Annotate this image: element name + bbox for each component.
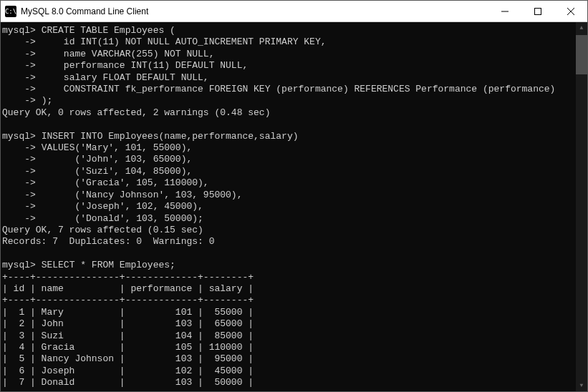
query-result: Records: 7 Duplicates: 0 Warnings: 0 bbox=[2, 236, 214, 247]
scrollbar[interactable]: ▲ ▼ bbox=[576, 22, 587, 391]
window-controls bbox=[488, 1, 587, 21]
cont: -> bbox=[2, 213, 36, 224]
sql-line: ('Gracia', 105, 110000), bbox=[42, 177, 209, 188]
cont: -> bbox=[2, 142, 36, 153]
cont: -> bbox=[2, 154, 36, 165]
table-row: | 3 | Suzi | 104 | 85000 | bbox=[2, 330, 254, 341]
cont: -> bbox=[2, 84, 36, 94]
table-sep: +----+---------------+-------------+----… bbox=[2, 272, 254, 283]
prompt: mysql> bbox=[2, 131, 36, 142]
sql-line: ('John', 103, 65000), bbox=[42, 154, 193, 165]
cont: -> bbox=[2, 95, 36, 106]
cont: -> bbox=[2, 190, 36, 200]
table-sep: +----+---------------+-------------+----… bbox=[2, 295, 254, 305]
table-row: | 2 | John | 103 | 65000 | bbox=[2, 318, 254, 329]
sql-line: ); bbox=[42, 95, 53, 106]
app-icon: C:\ bbox=[5, 6, 16, 17]
scroll-thumb[interactable] bbox=[576, 35, 587, 74]
terminal-area[interactable]: mysql> CREATE TABLE Employees ( -> id IN… bbox=[1, 22, 587, 391]
scroll-down-icon[interactable]: ▼ bbox=[576, 380, 587, 391]
close-button[interactable] bbox=[554, 1, 587, 21]
cont: -> bbox=[2, 201, 36, 212]
cont: -> bbox=[2, 166, 36, 177]
sql-line: ('Donald', 103, 50000); bbox=[42, 213, 203, 224]
scroll-up-icon[interactable]: ▲ bbox=[576, 22, 587, 34]
table-row: | 7 | Donald | 103 | 50000 | bbox=[2, 377, 254, 388]
sql-line: performance INT(11) DEFAULT NULL, bbox=[42, 60, 249, 71]
svg-rect-1 bbox=[535, 8, 541, 14]
query-result: Query OK, 7 rows affected (0.15 sec) bbox=[2, 225, 203, 235]
query-result: Query OK, 0 rows affected, 2 warnings (0… bbox=[2, 107, 270, 118]
titlebar[interactable]: C:\ MySQL 8.0 Command Line Client bbox=[1, 1, 587, 22]
prompt: mysql> bbox=[2, 25, 36, 36]
sql-select: SELECT * FROM Employees; bbox=[42, 260, 175, 270]
sql-line: VALUES('Mary', 101, 55000), bbox=[42, 142, 193, 153]
cont: -> bbox=[2, 49, 36, 59]
sql-create: CREATE TABLE Employees ( bbox=[42, 25, 175, 36]
prompt: mysql> bbox=[2, 260, 36, 270]
cont: -> bbox=[2, 72, 36, 83]
sql-insert: INSERT INTO Employees(name,performance,s… bbox=[42, 131, 299, 142]
sql-line: ('Suzi', 104, 85000), bbox=[42, 166, 193, 177]
table-row: | 5 | Nancy Johnson | 103 | 95000 | bbox=[2, 353, 254, 364]
sql-line: name VARCHAR(255) NOT NULL, bbox=[42, 49, 215, 59]
cont: -> bbox=[2, 60, 36, 71]
sql-line: CONSTRAINT fk_performance FOREIGN KEY (p… bbox=[42, 84, 556, 94]
window-title: MySQL 8.0 Command Line Client bbox=[21, 6, 488, 16]
sql-line: salary FLOAT DEFAULT NULL, bbox=[42, 72, 209, 83]
cont: -> bbox=[2, 36, 36, 47]
table-row: | 4 | Gracia | 105 | 110000 | bbox=[2, 342, 254, 353]
minimize-button[interactable] bbox=[488, 1, 521, 21]
sql-line: id INT(11) NOT NULL AUTO_INCREMENT PRIMA… bbox=[42, 36, 327, 47]
table-header: | id | name | performance | salary | bbox=[2, 283, 254, 294]
table-row: | 6 | Joseph | 102 | 45000 | bbox=[2, 366, 254, 376]
table-row: | 1 | Mary | 101 | 55000 | bbox=[2, 307, 254, 318]
cont: -> bbox=[2, 177, 36, 188]
sql-line: ('Nancy Johnson', 103, 95000), bbox=[42, 190, 243, 200]
maximize-button[interactable] bbox=[521, 1, 554, 21]
sql-line: ('Joseph', 102, 45000), bbox=[42, 201, 203, 212]
